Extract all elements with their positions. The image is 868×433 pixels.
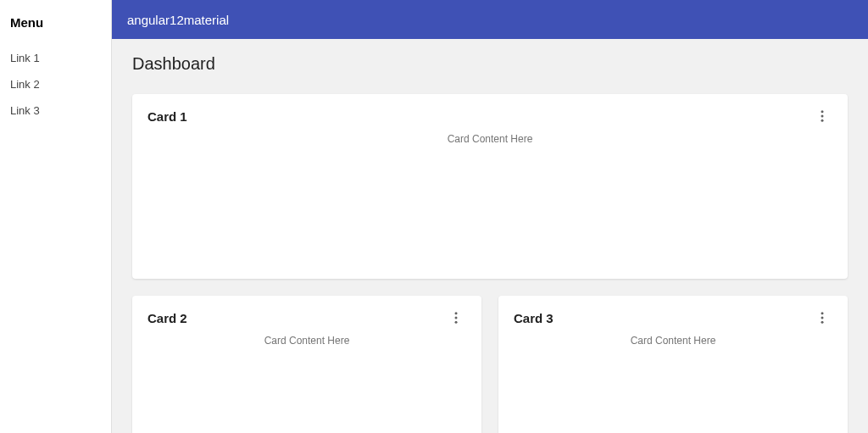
svg-point-2 bbox=[821, 119, 824, 122]
svg-point-4 bbox=[455, 317, 458, 319]
sidebar-link-2[interactable]: Link 2 bbox=[0, 71, 111, 97]
main-area: angular12material Dashboard Card 1 Card … bbox=[112, 0, 868, 433]
svg-point-1 bbox=[821, 115, 824, 118]
svg-point-3 bbox=[455, 312, 458, 314]
card-3: Card 3 Card Content Here bbox=[498, 296, 848, 433]
more-vert-icon bbox=[815, 108, 830, 124]
card-1-more-button[interactable] bbox=[812, 106, 832, 126]
svg-point-0 bbox=[821, 110, 824, 113]
app-name: angular12material bbox=[127, 13, 229, 27]
sidebar-link-1[interactable]: Link 1 bbox=[0, 45, 111, 71]
card-1-title: Card 1 bbox=[147, 109, 187, 124]
card-3-more-button[interactable] bbox=[812, 308, 832, 328]
sidebar-title: Menu bbox=[0, 10, 111, 45]
page-title: Dashboard bbox=[132, 54, 848, 74]
card-grid: Card 1 Card Content Here Card 2 Ca bbox=[132, 94, 848, 433]
card-1-content: Card Content Here bbox=[147, 133, 832, 145]
sidebar-link-3[interactable]: Link 3 bbox=[0, 97, 111, 124]
svg-point-7 bbox=[821, 317, 824, 319]
svg-point-5 bbox=[455, 321, 458, 324]
card-2-more-button[interactable] bbox=[446, 308, 466, 328]
toolbar: angular12material bbox=[112, 0, 868, 39]
more-vert-icon bbox=[448, 310, 464, 325]
card-1: Card 1 Card Content Here bbox=[132, 94, 848, 279]
svg-point-8 bbox=[821, 321, 824, 324]
card-3-title: Card 3 bbox=[514, 311, 554, 325]
card-2: Card 2 Card Content Here bbox=[132, 296, 481, 433]
more-vert-icon bbox=[815, 310, 830, 325]
card-2-content: Card Content Here bbox=[147, 335, 466, 347]
sidebar: Menu Link 1 Link 2 Link 3 bbox=[0, 0, 112, 433]
svg-point-6 bbox=[821, 312, 824, 314]
card-2-title: Card 2 bbox=[147, 311, 187, 325]
card-3-content: Card Content Here bbox=[514, 335, 832, 347]
content: Dashboard Card 1 Card Content Here Card … bbox=[112, 39, 868, 433]
